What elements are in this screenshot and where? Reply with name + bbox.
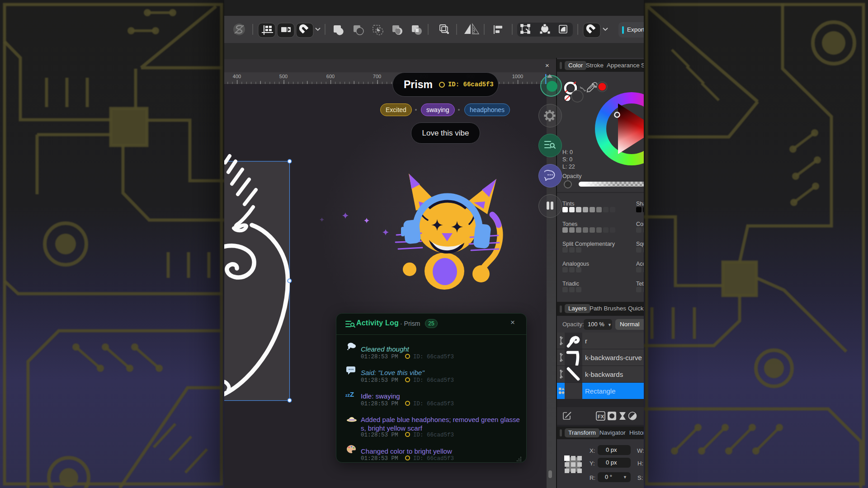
svg-text:FX: FX xyxy=(598,414,604,419)
